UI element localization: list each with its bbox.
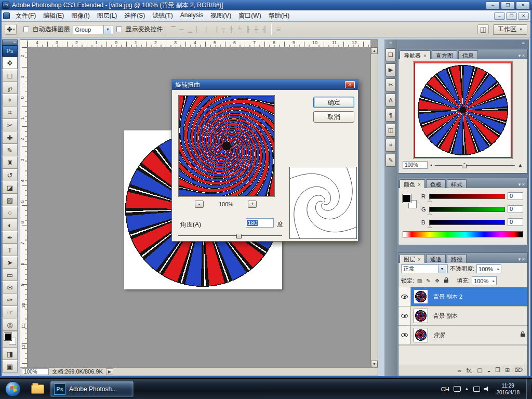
- layer-style-icon[interactable]: fx.: [467, 367, 473, 374]
- vertical-scrollbar[interactable]: ▲ ▼: [370, 47, 378, 367]
- brushes-palette-icon[interactable]: ✎: [385, 154, 396, 167]
- doc-close-button[interactable]: ✕: [518, 12, 529, 20]
- navigator-zoom-slider[interactable]: [435, 162, 515, 168]
- foreground-color-swatch[interactable]: [4, 333, 11, 340]
- eraser-tool[interactable]: ◪: [2, 181, 18, 194]
- visibility-toggle[interactable]: [398, 307, 411, 325]
- crop-tool[interactable]: ⌗: [2, 107, 18, 119]
- lock-image-icon[interactable]: ✎: [425, 278, 432, 284]
- doc-minimize-button[interactable]: –: [494, 12, 505, 20]
- foreground-color-swatch[interactable]: [403, 194, 411, 203]
- menu-item-2[interactable]: 图像(I): [68, 10, 93, 22]
- color-fg-bg-swatches[interactable]: [403, 194, 419, 211]
- histogram-palette-icon[interactable]: ⌗: [385, 139, 396, 152]
- marquee-tool[interactable]: ◻: [2, 69, 18, 82]
- color-spectrum-bar[interactable]: [403, 231, 523, 237]
- adjustment-layer-icon[interactable]: ◒: [487, 367, 491, 374]
- channel-slider[interactable]: [429, 220, 505, 225]
- new-group-icon[interactable]: ❒: [495, 367, 500, 374]
- lock-transparency-icon[interactable]: ▨: [416, 278, 423, 284]
- menu-item-1[interactable]: 编辑(E): [39, 10, 68, 22]
- layer-comps-icon[interactable]: ◫: [385, 124, 396, 137]
- preview-zoom-out-button[interactable]: -: [195, 201, 204, 208]
- navigator-zoom-input[interactable]: 100%: [403, 161, 428, 169]
- group-dropdown[interactable]: Group ▼: [73, 25, 113, 34]
- zoom-tool[interactable]: ◎: [2, 318, 18, 331]
- dock-collapse-icon[interactable]: «: [384, 39, 397, 46]
- channel-slider-thumb[interactable]: [428, 225, 432, 228]
- tab-paths[interactable]: 路径: [447, 254, 467, 263]
- channel-slider-thumb[interactable]: [428, 199, 432, 202]
- tab-channels[interactable]: 通道: [426, 254, 446, 263]
- show-transform-checkbox[interactable]: [116, 26, 122, 32]
- preview-zoom-in-button[interactable]: +: [248, 201, 257, 208]
- show-desktop-button[interactable]: [526, 379, 531, 399]
- lock-all-icon[interactable]: [443, 278, 449, 284]
- menu-item-5[interactable]: 滤镜(T): [149, 10, 176, 22]
- cancel-button[interactable]: 取消: [313, 111, 354, 123]
- zoom-out-mountain-icon[interactable]: ▴: [430, 163, 432, 167]
- notes-tool[interactable]: ✉: [2, 281, 18, 294]
- clone-stamp-tool[interactable]: ♜: [2, 156, 18, 169]
- brush-tool[interactable]: ✎: [2, 144, 18, 156]
- auto-select-checkbox[interactable]: [23, 26, 29, 32]
- channel-value-input[interactable]: 0: [508, 205, 523, 213]
- layer-row[interactable]: 背景 副本 2: [398, 287, 527, 307]
- doc-restore-button[interactable]: ❐: [506, 12, 517, 20]
- channel-slider[interactable]: [429, 194, 505, 199]
- fill-input[interactable]: 100% ▸: [472, 276, 497, 285]
- history-brush-tool[interactable]: ↺: [2, 169, 18, 181]
- tab-styles[interactable]: 样式: [447, 179, 467, 188]
- visibility-toggle[interactable]: [398, 326, 411, 344]
- volume-icon[interactable]: [484, 387, 490, 392]
- hand-tool[interactable]: ☞: [2, 306, 18, 318]
- photoshop-taskbar-button[interactable]: Ps Adobe Photosh...: [50, 381, 134, 397]
- delete-layer-icon[interactable]: ⌦: [514, 367, 523, 374]
- panel-menu-icon[interactable]: ▾ ×: [517, 53, 526, 59]
- slice-tool[interactable]: ✂: [2, 119, 18, 131]
- tab-navigator[interactable]: 导航器×: [400, 50, 431, 59]
- angle-input[interactable]: 180: [246, 218, 274, 228]
- shape-tool[interactable]: ▭: [2, 269, 18, 281]
- close-button[interactable]: ✕: [516, 2, 530, 9]
- channel-value-input[interactable]: 0: [508, 192, 523, 200]
- dodge-tool[interactable]: ◐: [2, 219, 18, 231]
- blur-tool[interactable]: ○: [2, 206, 18, 219]
- quick-mask-icon[interactable]: ◨: [2, 348, 18, 360]
- menu-item-6[interactable]: Analysis: [177, 10, 207, 22]
- dialog-title-bar[interactable]: 旋转扭曲 ✕: [172, 79, 358, 90]
- healing-brush-tool[interactable]: ✚: [2, 131, 18, 144]
- tab-histogram[interactable]: 直方图: [432, 50, 457, 59]
- menu-item-7[interactable]: 视图(V): [207, 10, 235, 22]
- panel-menu-icon[interactable]: ▾ ×: [517, 257, 526, 263]
- tab-swatches[interactable]: 色板: [426, 179, 446, 188]
- tab-close-icon[interactable]: ×: [418, 257, 421, 262]
- scroll-down-icon[interactable]: ▼: [371, 361, 378, 367]
- zoom-in-mountain-icon[interactable]: ▲: [517, 162, 523, 168]
- move-tool[interactable]: ✥: [2, 57, 18, 69]
- maximize-button[interactable]: ❐: [501, 2, 515, 9]
- current-tool-button[interactable]: ✥ ▾: [5, 24, 17, 35]
- angle-slider-thumb[interactable]: [236, 233, 242, 238]
- language-indicator[interactable]: CH: [441, 386, 449, 392]
- bridge-icon[interactable]: ◫: [477, 24, 489, 34]
- link-layers-icon[interactable]: ∞: [458, 367, 462, 374]
- lock-position-icon[interactable]: ✥: [434, 278, 441, 284]
- path-selection-tool[interactable]: ➤: [2, 256, 18, 269]
- zoom-slider-thumb[interactable]: [462, 163, 467, 168]
- network-icon[interactable]: [473, 387, 480, 392]
- paragraph-palette-icon[interactable]: ¶: [385, 109, 396, 122]
- panel-menu-icon[interactable]: ▾ ×: [517, 182, 526, 188]
- actions-palette-icon[interactable]: ▶: [385, 63, 396, 76]
- character-palette-icon[interactable]: A: [385, 94, 396, 107]
- hidden-icons-chevron[interactable]: ▲: [465, 387, 469, 391]
- tab-close-icon[interactable]: ×: [418, 182, 421, 188]
- channel-value-input[interactable]: 0: [508, 218, 523, 226]
- quick-selection-tool[interactable]: ⌖: [2, 94, 18, 107]
- menu-item-4[interactable]: 选择(S): [121, 10, 149, 22]
- dialog-close-button[interactable]: ✕: [345, 81, 355, 88]
- explorer-taskbar-button[interactable]: [28, 384, 47, 394]
- filter-preview[interactable]: [178, 95, 275, 197]
- menu-item-9[interactable]: 帮助(H): [265, 10, 294, 22]
- panels-collapse-icon[interactable]: «: [522, 40, 525, 46]
